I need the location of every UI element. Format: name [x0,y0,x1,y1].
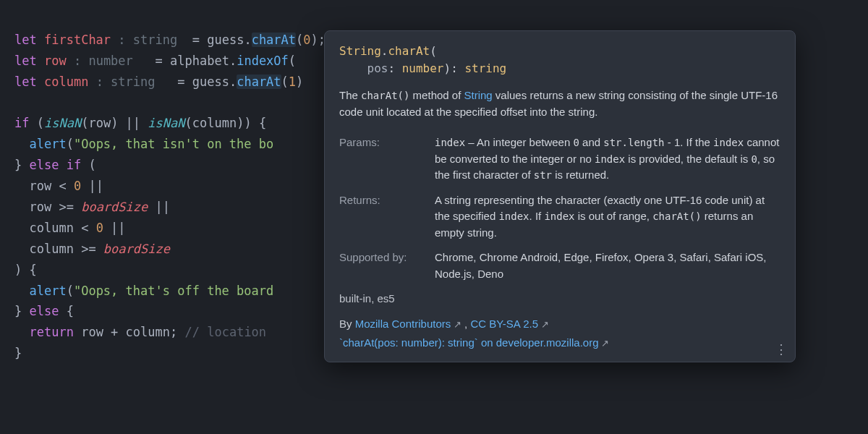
supported-row: Supported by: Chrome, Chrome Android, Ed… [325,245,795,286]
external-link-icon: ↗ [538,319,549,330]
string-type-link[interactable]: String [464,89,493,101]
code-line: } [14,346,22,360]
hover-target-charAt[interactable]: charAt [252,33,296,47]
mdn-link-row: `charAt(pos: number): string` on develop… [325,333,795,362]
code-line: let firstChar : string = guess.charAt(0)… [14,33,326,47]
tags: built-in, es5 [325,286,795,312]
contributors-link[interactable]: Mozilla Contributors [355,318,451,330]
code-line: row >= boardSize || [14,200,170,214]
code-line: } else { [14,304,74,318]
more-actions-icon[interactable]: ⋮ [775,343,788,356]
code-line: column >= boardSize [14,242,170,256]
returns-row: Returns: A string representing the chara… [325,188,795,246]
code-line: if (isNaN(row) || isNaN(column)) { [14,116,266,130]
code-line: ) { [14,263,37,277]
code-line: column < 0 || [14,221,126,235]
documentation-popup[interactable]: String.charAt( pos: number): string The … [324,30,796,362]
mdn-link[interactable]: `charAt(pos: number): string` on develop… [339,336,599,349]
attribution: By Mozilla Contributors ↗ , CC BY-SA 2.5… [325,312,795,334]
code-line: let column : string = guess.charAt(1) [14,75,303,89]
code-line: let row : number = alphabet.indexOf( [14,54,296,68]
external-link-icon: ↗ [599,338,610,349]
external-link-icon: ↗ [451,319,461,330]
code-line: row < 0 || [14,179,103,193]
params-row: Params: index – An integer between 0 and… [325,130,795,188]
code-line: } else if ( [14,158,96,172]
code-line: alert("Oops, that's off the board [14,284,273,298]
code-line: return row + column; // location [14,325,266,339]
code-line: alert("Oops, that isn't on the bo [14,137,273,151]
license-link[interactable]: CC BY-SA 2.5 [470,318,538,330]
signature: String.charAt( pos: number): string [325,31,795,85]
description: The charAt() method of String values ret… [325,85,795,130]
